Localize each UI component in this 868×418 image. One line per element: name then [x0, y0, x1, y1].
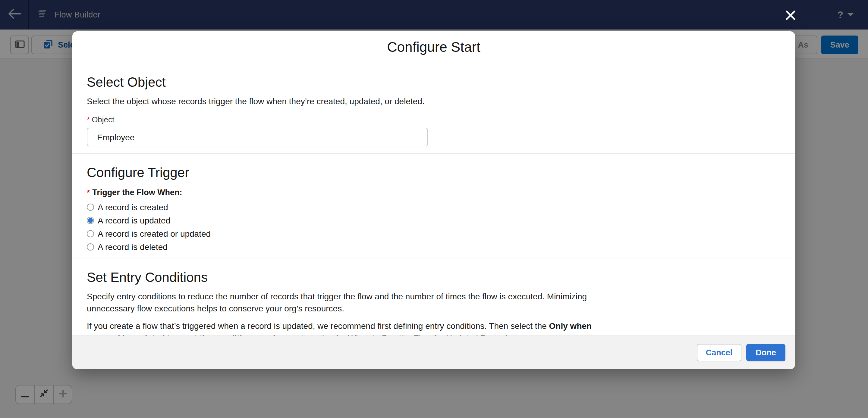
radio-icon — [87, 203, 94, 211]
cancel-button[interactable]: Cancel — [697, 344, 741, 361]
configure-start-modal: Configure Start Select Object Select the… — [72, 31, 795, 369]
radio-option-updated[interactable]: A record is updated — [87, 214, 781, 227]
radio-icon — [87, 243, 94, 251]
modal-header: Configure Start — [72, 31, 795, 63]
entry-conditions-section: Set Entry Conditions Specify entry condi… — [72, 258, 795, 335]
configure-trigger-heading: Configure Trigger — [87, 154, 781, 180]
radio-icon — [87, 230, 94, 237]
object-input[interactable] — [87, 128, 428, 147]
modal-footer: Cancel Done — [72, 335, 795, 369]
modal-title: Configure Start — [387, 39, 480, 55]
required-asterisk: * — [87, 187, 90, 198]
select-object-description: Select the object whose records trigger … — [87, 96, 781, 107]
radio-icon — [87, 217, 94, 224]
entry-conditions-paragraph-1: Specify entry conditions to reduce the n… — [87, 291, 598, 314]
close-icon[interactable] — [784, 8, 797, 22]
done-button[interactable]: Done — [746, 344, 785, 361]
select-object-heading: Select Object — [87, 63, 781, 90]
trigger-radio-group: A record is created A record is updated … — [87, 200, 781, 258]
trigger-when-label: * Trigger the Flow When: — [87, 187, 781, 198]
entry-conditions-paragraph-2: If you create a flow that’s triggered wh… — [87, 320, 598, 335]
modal-content: Select Object Select the object whose re… — [72, 63, 795, 335]
radio-option-created[interactable]: A record is created — [87, 200, 781, 214]
required-asterisk: * — [87, 115, 90, 125]
screen: Flow Builder ? Selec — [0, 0, 868, 418]
select-object-section: Select Object Select the object whose re… — [72, 63, 795, 154]
object-field-label: * Object — [87, 115, 781, 125]
radio-option-created-or-updated[interactable]: A record is created or updated — [87, 227, 781, 240]
radio-option-deleted[interactable]: A record is deleted — [87, 240, 781, 254]
configure-trigger-section: Configure Trigger * Trigger the Flow Whe… — [72, 154, 795, 258]
entry-conditions-heading: Set Entry Conditions — [87, 258, 781, 285]
